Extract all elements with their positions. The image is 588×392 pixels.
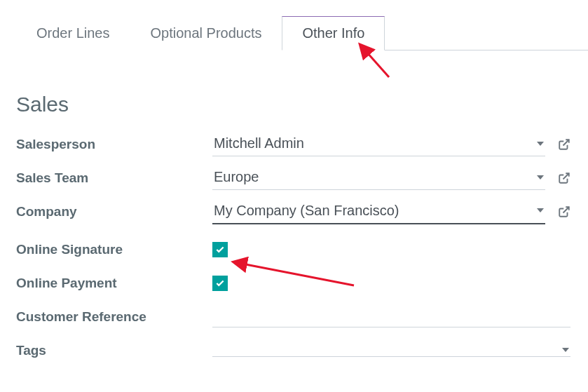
row-tags: Tags xyxy=(16,338,570,363)
value-sales-team: Europe xyxy=(214,169,259,185)
label-sales-team: Sales Team xyxy=(16,170,212,186)
section-title-sales: Sales xyxy=(16,93,570,116)
row-customer-reference: Customer Reference xyxy=(16,304,570,330)
label-online-payment: Online Payment xyxy=(16,276,212,291)
select-company[interactable]: My Company (San Francisco) xyxy=(212,200,545,224)
label-salesperson: Salesperson xyxy=(16,137,212,152)
label-tags: Tags xyxy=(16,343,212,358)
row-online-payment: Online Payment xyxy=(16,271,570,296)
tab-bar: Order Lines Optional Products Other Info xyxy=(16,16,588,50)
form-content: Sales Salesperson Mitchell Admin Sales T… xyxy=(0,50,588,363)
external-link-icon[interactable] xyxy=(558,138,570,151)
chevron-down-icon xyxy=(537,208,544,212)
value-company: My Company (San Francisco) xyxy=(214,203,399,219)
chevron-down-icon xyxy=(562,348,569,352)
row-online-signature: Online Signature xyxy=(16,237,570,262)
select-salesperson[interactable]: Mitchell Admin xyxy=(212,133,545,156)
tab-order-lines[interactable]: Order Lines xyxy=(16,16,130,50)
tab-other-info[interactable]: Other Info xyxy=(282,16,385,50)
svg-line-0 xyxy=(563,140,569,145)
row-salesperson: Salesperson Mitchell Admin xyxy=(16,132,570,157)
chevron-down-icon xyxy=(537,175,544,180)
chevron-down-icon xyxy=(537,142,544,146)
checkbox-online-signature[interactable] xyxy=(212,242,228,257)
svg-line-2 xyxy=(563,207,569,212)
external-link-icon[interactable] xyxy=(558,205,570,218)
row-sales-team: Sales Team Europe xyxy=(16,165,570,191)
select-tags[interactable] xyxy=(212,345,570,357)
check-icon xyxy=(215,278,225,288)
label-customer-reference: Customer Reference xyxy=(16,309,212,325)
checkbox-online-payment[interactable] xyxy=(212,276,228,291)
tab-optional-products[interactable]: Optional Products xyxy=(130,16,282,50)
select-sales-team[interactable]: Europe xyxy=(212,166,545,190)
value-salesperson: Mitchell Admin xyxy=(214,135,304,151)
label-company: Company xyxy=(16,204,212,219)
svg-line-1 xyxy=(563,173,569,179)
external-link-icon[interactable] xyxy=(558,172,570,184)
row-company: Company My Company (San Francisco) xyxy=(16,199,570,224)
label-online-signature: Online Signature xyxy=(16,242,212,257)
check-icon xyxy=(215,245,225,255)
input-customer-reference[interactable] xyxy=(212,306,570,327)
